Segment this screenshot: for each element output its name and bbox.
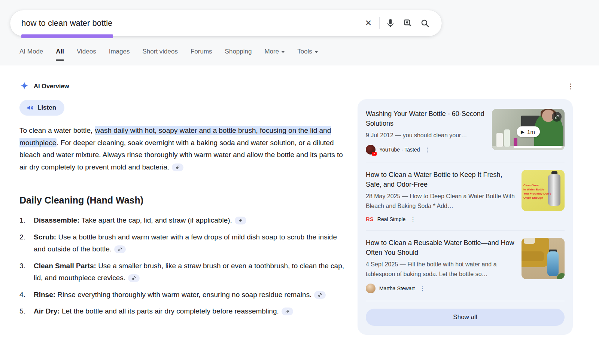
tab-forums[interactable]: Forums (191, 48, 212, 61)
step-number: 1. (19, 214, 31, 227)
card-more-menu-button[interactable]: ⋮ (424, 146, 430, 153)
listen-label: Listen (37, 104, 56, 111)
top-band: how to clean water bottle ✕ (0, 0, 599, 65)
result-card-youtube: Washing Your Water Bottle - 60-Second So… (366, 109, 565, 155)
speaker-icon (26, 104, 34, 111)
sources-sidebar: Washing Your Water Bottle - 60-Second So… (358, 99, 573, 335)
step-text: Rinse everything thoroughly with warm wa… (57, 291, 311, 299)
tab-tools[interactable]: Tools (297, 48, 318, 61)
cleaning-steps-list: 1. Disassemble: Take apart the cap, lid,… (19, 214, 346, 322)
step-number: 5. (19, 305, 31, 318)
card-title-link[interactable]: How to Clean a Water Bottle to Keep It F… (366, 170, 516, 189)
youtube-icon (372, 152, 377, 156)
card-title-link[interactable]: How to Clean a Reusable Water Bottle—and… (366, 238, 516, 257)
ai-overview-paragraph: To clean a water bottle, wash daily with… (19, 125, 345, 173)
tab-ai-mode[interactable]: AI Mode (19, 48, 43, 61)
martha-stewart-avatar (366, 284, 375, 293)
card-source-row: YouTube · Tasted ⋮ (366, 145, 486, 155)
audio-progress-bar (21, 34, 113, 38)
step-label: Air Dry: (34, 307, 60, 315)
tab-more[interactable]: More (264, 48, 285, 61)
search-submit-button[interactable] (416, 15, 434, 32)
tab-images[interactable]: Images (109, 48, 130, 61)
search-input[interactable]: how to clean water bottle (21, 18, 360, 28)
card-snippet: 4 Sept 2025 — Fill the bottle with hot w… (366, 260, 516, 279)
video-thumbnail[interactable]: ▶ 1m (492, 109, 565, 150)
clear-button[interactable]: ✕ (360, 15, 377, 32)
step-text: Let the bottle and all its parts air dry… (62, 307, 279, 315)
list-item: 3. Clean Small Parts: Use a smaller brus… (19, 260, 346, 284)
step-number: 3. (19, 260, 31, 284)
listen-button[interactable]: Listen (19, 100, 64, 116)
source-link-chip[interactable] (314, 291, 326, 299)
list-item: 5. Air Dry: Let the bottle and all its p… (19, 305, 346, 318)
source-link-chip[interactable] (235, 217, 246, 224)
youtube-channel-avatar (366, 145, 375, 155)
card-source-row: RS Real Simple ⋮ (366, 215, 516, 223)
divider (366, 230, 565, 230)
source-link-chip[interactable] (282, 308, 293, 315)
main-content: AI Overview ⋮ Listen To clean a water bo… (0, 65, 599, 364)
overview-more-menu-button[interactable]: ⋮ (567, 83, 574, 90)
source-label: YouTube · Tasted (379, 147, 420, 153)
divider (366, 162, 565, 162)
chevron-down-icon (282, 51, 285, 53)
card-source-row: Martha Stewart ⋮ (366, 284, 516, 293)
paragraph-text: To clean a water bottle, (19, 126, 95, 134)
play-button[interactable]: ▶ 1m (517, 126, 540, 137)
tab-videos[interactable]: Videos (77, 48, 96, 61)
step-number: 2. (19, 231, 31, 256)
article-thumbnail[interactable] (522, 238, 565, 279)
google-lens-icon (403, 18, 413, 28)
article-thumbnail[interactable]: Clean Your le Water Bottle– You Probably… (522, 170, 565, 211)
card-snippet: 9 Jul 2012 — you should clean your… (366, 131, 486, 140)
list-item: 2. Scrub: Use a bottle brush and warm wa… (19, 231, 346, 256)
source-link-chip[interactable] (172, 163, 183, 171)
search-bar[interactable]: how to clean water bottle ✕ (10, 10, 442, 36)
tab-all[interactable]: All (56, 48, 64, 61)
step-label: Rinse: (34, 291, 55, 299)
card-more-menu-button[interactable]: ⋮ (410, 215, 416, 223)
search-results-page: how to clean water bottle ✕ (0, 0, 599, 364)
ai-sparkle-icon (19, 81, 29, 91)
step-number: 4. (19, 289, 31, 301)
close-icon: ✕ (365, 18, 372, 28)
tab-shopping[interactable]: Shopping (225, 48, 252, 61)
video-progress-bar (514, 146, 562, 148)
result-card-martha-stewart: How to Clean a Reusable Water Bottle—and… (366, 238, 565, 293)
thumbnail-overlay-text: Clean Your le Water Bottle– You Probably… (523, 183, 551, 200)
section-heading: Daily Cleaning (Hand Wash) (19, 195, 143, 206)
card-title-link[interactable]: Washing Your Water Bottle - 60-Second So… (366, 109, 486, 128)
results-tab-bar: AI Mode All Videos Images Short videos F… (19, 48, 318, 61)
step-label: Clean Small Parts: (34, 262, 96, 270)
video-duration: 1m (527, 128, 535, 135)
show-all-button[interactable]: Show all (366, 309, 565, 326)
search-actions: ✕ (360, 15, 434, 32)
divider (366, 301, 565, 301)
voice-search-button[interactable] (382, 15, 399, 32)
list-item: 4. Rinse: Rinse everything thoroughly wi… (19, 289, 346, 301)
lens-search-button[interactable] (399, 15, 416, 32)
step-text: Take apart the cap, lid, and straw (if a… (81, 216, 232, 224)
real-simple-logo: RS (366, 216, 374, 222)
tab-short-videos[interactable]: Short videos (142, 48, 178, 61)
result-card-real-simple: How to Clean a Water Bottle to Keep It F… (366, 170, 565, 223)
step-label: Scrub: (34, 233, 56, 241)
step-text: Use a bottle brush and warm water with a… (34, 233, 337, 253)
card-more-menu-button[interactable]: ⋮ (419, 285, 425, 292)
step-label: Disassemble: (34, 216, 80, 224)
source-link-chip[interactable] (114, 245, 126, 253)
ai-overview-title: AI Overview (34, 83, 69, 90)
source-label: Martha Stewart (379, 285, 415, 291)
microphone-icon (386, 18, 395, 28)
ai-overview-header: AI Overview ⋮ (19, 81, 574, 91)
divider (379, 17, 380, 29)
search-icon (420, 18, 430, 28)
list-item: 1. Disassemble: Take apart the cap, lid,… (19, 214, 346, 227)
play-icon: ▶ (521, 129, 524, 134)
source-link-chip[interactable] (128, 274, 140, 282)
source-label: Real Simple (377, 216, 405, 222)
expand-icon[interactable] (552, 112, 562, 122)
card-snippet: 28 May 2025 — How to Deep Clean a Water … (366, 192, 516, 211)
chevron-down-icon (315, 51, 318, 53)
